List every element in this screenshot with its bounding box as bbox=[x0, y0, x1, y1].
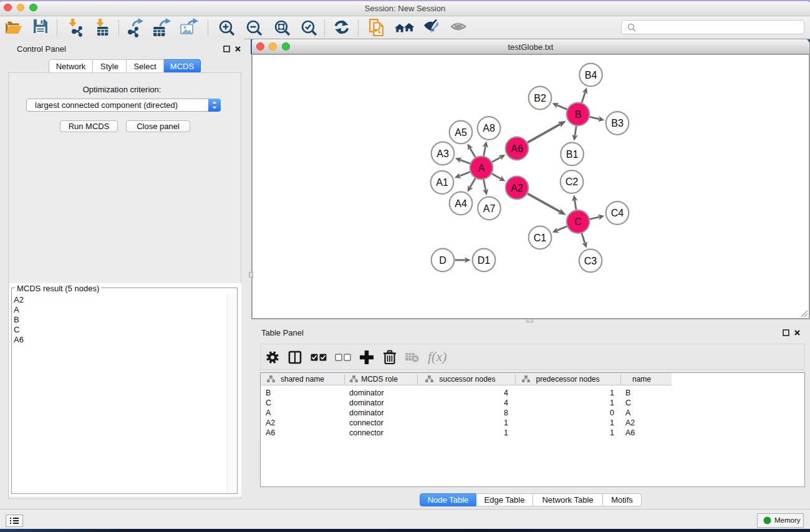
svg-text:C4: C4 bbox=[611, 208, 624, 218]
svg-text:B3: B3 bbox=[611, 118, 624, 128]
svg-text:A7: A7 bbox=[483, 203, 496, 214]
svg-text:A5: A5 bbox=[455, 127, 467, 138]
svg-text:B4: B4 bbox=[585, 70, 597, 80]
svg-text:A4: A4 bbox=[455, 198, 467, 209]
svg-text:A1: A1 bbox=[436, 177, 448, 188]
svg-text:C3: C3 bbox=[584, 256, 597, 266]
svg-text:A6: A6 bbox=[511, 143, 523, 154]
svg-text:C: C bbox=[574, 216, 582, 227]
svg-text:A3: A3 bbox=[436, 148, 449, 159]
svg-text:A8: A8 bbox=[483, 123, 495, 133]
svg-text:D1: D1 bbox=[478, 255, 491, 266]
svg-text:C1: C1 bbox=[534, 233, 547, 243]
svg-text:A2: A2 bbox=[511, 183, 523, 193]
svg-text:B1: B1 bbox=[566, 149, 579, 160]
svg-text:D: D bbox=[439, 255, 446, 266]
svg-text:C2: C2 bbox=[566, 177, 579, 187]
svg-text:B2: B2 bbox=[534, 93, 546, 104]
svg-text:A: A bbox=[478, 163, 485, 173]
svg-text:B: B bbox=[575, 109, 582, 120]
